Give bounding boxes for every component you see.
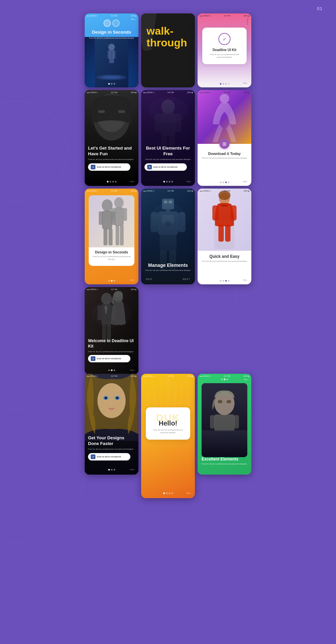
- svg-rect-34: [116, 225, 119, 245]
- phone-content-best-ui: Best UI Elements For Free Free for all y…: [141, 146, 195, 171]
- phone-get-designs: ●●● VIRGIN ✦ 9:27 PM 100% ▮: [85, 374, 138, 475]
- svg-rect-93: [202, 430, 247, 457]
- svg-rect-32: [111, 208, 115, 221]
- hello-subtitle: Free for all your professional and perso…: [150, 429, 186, 434]
- person-red-image: [198, 189, 251, 251]
- prev-btn[interactable]: SKIP: [146, 278, 153, 280]
- orange-title: Design in Seconds: [92, 250, 131, 254]
- deadline-subtitle: Free for all your professional and perso…: [206, 53, 243, 59]
- phone-title-4: Let's Get Started and Have Fun: [88, 146, 135, 157]
- status-bar-5: ●●● VIRGIN ✦ 9:27 PM 100% ▮: [141, 90, 195, 95]
- status-bar-6: ●●● VIRGIN ✦ 9:27 PM 100% ▮: [198, 90, 251, 95]
- getdesigns-content: Get Your Designs Done Faster Free for al…: [85, 435, 138, 460]
- facebook-btn-11[interactable]: f SIGN IN WITH FACEBOOK: [88, 453, 130, 460]
- skip-5[interactable]: Skip ›: [186, 180, 192, 183]
- getdesigns-subtitle: Free for all your professional and perso…: [88, 448, 135, 450]
- skip-7[interactable]: Skip ›: [130, 279, 135, 281]
- fb-icon-10: f: [91, 356, 95, 361]
- hello-card: DUK Hello! Free for all your professiona…: [146, 407, 190, 440]
- manage-subtitle: Free for all your professional and perso…: [145, 269, 191, 272]
- status-bar-10: ●●● VIRGIN ✦ 9:27 PM 100% ▮: [85, 287, 138, 292]
- movie-overlay-best-ui: [141, 90, 195, 186]
- qa-subtitle: Free for all your professional and perso…: [201, 260, 248, 263]
- phone-subtitle-1: Free for all your professional and perso…: [88, 37, 135, 39]
- dots-1: [85, 83, 138, 85]
- phone-quick-and-easy: ●●● VIRGIN ✦ 9:27 PM 100% ▮: [198, 189, 251, 284]
- svg-rect-11: [98, 110, 105, 113]
- dl-subtitle: Free for all your professional and perso…: [201, 157, 248, 159]
- phone-subtitle-best-ui: Free for all your professional and perso…: [144, 158, 192, 161]
- facebook-btn-4[interactable]: f SIGN IN WITH FACEBOOK: [88, 163, 130, 171]
- phone-lets-get-started: ●●● VIRGIN ✦ 9:27 PM 100% ▮: [85, 90, 138, 186]
- svg-rect-33: [123, 208, 127, 221]
- phone-best-ui: ●●● VIRGIN ✦ 9:27 PM 100% ▮: [141, 90, 195, 186]
- svg-rect-4: [113, 50, 116, 59]
- welcome-title: Welcome to Deadline UI Kit: [88, 338, 135, 349]
- skip-top-13[interactable]: Skip ›: [244, 378, 249, 380]
- orange-subtitle: Free for all your professional and perso…: [92, 255, 131, 261]
- next-btn[interactable]: NEXT: [182, 278, 190, 280]
- manage-content: Manage Elements Free for all your profes…: [141, 263, 195, 272]
- phone-content-1: Design in Seconds Free for all your prof…: [85, 19, 138, 39]
- status-bar-13: ●●● VIRGIN ✦ 9:27 PM 100% ▮: [198, 374, 251, 378]
- status-bar-1: ●●● VIRGIN ✦ 9:27 PM 100% ▮: [85, 13, 138, 18]
- excellent-subtitle: Free for all your professional and perso…: [202, 462, 247, 465]
- skip-10[interactable]: Skip ›: [130, 369, 135, 371]
- wt-content: walk-through: [141, 13, 195, 55]
- getdesigns-title: Get Your Designs Done Faster: [88, 435, 135, 447]
- row-2: ●●● VIRGIN ✦ 9:27 PM 100% ▮: [85, 90, 251, 186]
- status-bar-9: ●●● VIRGIN ✦ 9:27 PM 100% ▮: [198, 189, 251, 193]
- phone-title-best-ui: Best UI Elements For Free: [144, 146, 192, 157]
- svg-point-89: [226, 400, 231, 403]
- svg-rect-91: [210, 415, 215, 429]
- skip-4[interactable]: Skip ›: [130, 180, 135, 183]
- svg-point-69: [97, 383, 126, 418]
- svg-rect-55: [225, 225, 230, 242]
- status-bar-4: ●●● VIRGIN ✦ 9:27 PM 100% ▮: [85, 90, 138, 95]
- fb-text-11: SIGN IN WITH FACEBOOK: [97, 456, 121, 458]
- check-circle: ✓: [218, 33, 230, 45]
- skip-9[interactable]: Skip ›: [243, 279, 248, 281]
- row-1: ●●● VIRGIN ✦ 9:27 PM 100% ▮ Skip › Desig…: [85, 13, 251, 87]
- phone-subtitle-4: Free for all your professional and perso…: [88, 158, 135, 161]
- svg-rect-25: [102, 211, 112, 229]
- phone-manage-elements: ●●● VIRGIN ✦ 9:27 PM 100% ▮: [141, 189, 195, 284]
- svg-point-1: [108, 44, 115, 50]
- skip-11[interactable]: Skip ›: [130, 469, 135, 471]
- walkthrough-card: walk-through: [141, 13, 195, 87]
- welcome-content: Welcome to Deadline UI Kit Free for all …: [85, 338, 138, 362]
- svg-point-73: [116, 397, 119, 399]
- spacer-row4: [141, 287, 195, 290]
- phone-title-1: Design in Seconds: [88, 30, 135, 35]
- svg-rect-26: [99, 211, 103, 225]
- svg-rect-12: [118, 110, 125, 113]
- svg-rect-54: [218, 225, 224, 242]
- movie-image-1: [85, 37, 138, 87]
- skip-6[interactable]: Skip ›: [243, 180, 248, 183]
- skip-3[interactable]: Skip ›: [243, 82, 248, 84]
- two-figures: [89, 195, 134, 247]
- volume-indicator: Volume: [247, 18, 249, 25]
- hero-silhouette-1: [95, 37, 128, 87]
- phone-download-today: ●●● VIRGIN ✦ 9:27 PM 100% ▮: [198, 90, 251, 186]
- svg-point-7: [103, 76, 120, 79]
- dl-icon: ⊞: [219, 139, 229, 149]
- phone-welcome-deadline: ●●● VIRGIN ✦ 9:27 PM 100% ▮: [85, 287, 138, 374]
- facebook-btn-10[interactable]: f SIGN IN WITH FACEBOOK: [88, 355, 130, 362]
- svg-point-67: [91, 300, 132, 327]
- fb-text-10: SIGN IN WITH FACEBOOK: [97, 358, 121, 360]
- skip-link-1[interactable]: Skip ›: [131, 18, 136, 20]
- spacer-row4b: [198, 287, 251, 290]
- disc-icon: [88, 19, 135, 27]
- dl-content: Download it Today Free for all your prof…: [198, 149, 251, 162]
- svg-rect-31: [114, 207, 124, 226]
- skip-12[interactable]: Skip ›: [186, 492, 192, 494]
- fb-icon-5: f: [147, 165, 152, 169]
- qa-title: Quick and Easy: [201, 254, 248, 259]
- welcome-subtitle: Free for all your professional and perso…: [88, 350, 135, 353]
- facebook-btn-5[interactable]: f SIGN IN WITH FACEBOOK: [144, 163, 187, 171]
- movie-top-dl: [198, 90, 251, 144]
- excellent-content: Excellent Elements Free for all your pro…: [198, 457, 251, 465]
- wt-title: walk-through: [146, 25, 190, 49]
- status-bar-3: ●●● VIRGIN ✦ 9:27 PM 100% ▮: [198, 13, 251, 18]
